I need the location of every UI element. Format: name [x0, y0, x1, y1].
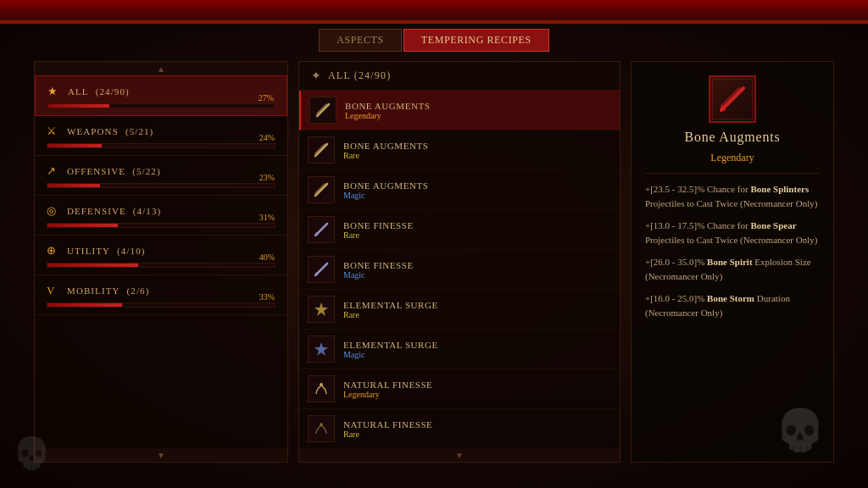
list-item-4[interactable]: BONE FINESSE Magic [299, 250, 620, 290]
list-item-6[interactable]: ELEMENTAL SURGE Magic [299, 330, 620, 369]
svg-point-16 [721, 106, 726, 111]
detail-stat-0: +[23.5 - 32.5]% Chance for Bone Splinter… [645, 182, 820, 210]
mobility-progress-label: 33% [259, 292, 275, 302]
defensive-progress-bar [47, 224, 118, 227]
skull-decoration-right: 💀 [775, 407, 826, 454]
list-item-icon-6 [308, 336, 335, 363]
sidebar-items: ★ ALL (24/90) 27% ⚔ WEAPONS (5/21) 24% [35, 75, 287, 448]
utility-progress-bar [47, 263, 138, 267]
list-item-7[interactable]: NATURAL FINESSE Legendary [299, 369, 620, 409]
mobility-progress-bar [47, 303, 122, 307]
defensive-icon: ◎ [47, 204, 60, 218]
list-item-icon-0 [309, 97, 337, 124]
utility-count: (4/10) [117, 246, 145, 256]
utility-progress-label: 40% [259, 252, 275, 262]
offensive-progress-label: 23% [259, 173, 275, 182]
list-item-icon-8 [308, 415, 335, 442]
list-item-name-1: BONE AUGMENTS [343, 141, 611, 151]
offensive-progress-container: 23% [47, 183, 275, 188]
sidebar-item-weapons[interactable]: ⚔ WEAPONS (5/21) 24% [35, 116, 287, 156]
sidebar: ▲ ★ ALL (24/90) 27% ⚔ WEAPONS (5/21) [34, 61, 288, 463]
list-item-3[interactable]: BONE FINESSE Rare [299, 210, 620, 250]
svg-point-13 [320, 423, 323, 426]
offensive-progress-bar [47, 184, 100, 187]
list-item-name-3: BONE FINESSE [343, 220, 611, 230]
svg-line-0 [317, 104, 329, 116]
svg-line-4 [315, 184, 327, 196]
detail-rarity: Legendary [710, 152, 754, 164]
defensive-count: (4/13) [133, 206, 161, 216]
weapons-count: (5/21) [125, 126, 153, 136]
list-item-rarity-4: Magic [343, 270, 611, 280]
list-item-icon-3 [308, 216, 335, 243]
sidebar-item-utility[interactable]: ⊕ UTILITY (4/10) 40% [35, 236, 287, 275]
mobility-label: MOBILITY [67, 286, 120, 296]
tab-bar: Aspects Tempering Recipes [0, 24, 868, 57]
defensive-label: DEFENSIVE [67, 206, 126, 216]
all-label: ALL [68, 86, 89, 97]
list-item-rarity-0: Legendary [345, 111, 611, 120]
sidebar-scroll-down[interactable]: ▼ [35, 448, 287, 462]
sidebar-item-all[interactable]: ★ ALL (24/90) 27% [35, 75, 287, 116]
detail-stat-3: +[16.0 - 25.0]% Bone Storm Duration (Nec… [645, 291, 820, 319]
list-items: BONE AUGMENTS Legendary BONE AUGMENTS Ra… [299, 91, 620, 448]
svg-marker-10 [314, 302, 328, 316]
detail-stat-1: +[13.0 - 17.5]% Chance for Bone Spear Pr… [645, 219, 820, 247]
detail-stat-2: +[26.0 - 35.0]% Bone Spirit Explosion Si… [645, 255, 820, 283]
list-item-rarity-6: Magic [343, 350, 611, 359]
weapons-label: WEAPONS [67, 126, 119, 136]
list-item-5[interactable]: ELEMENTAL SURGE Rare [299, 290, 620, 330]
all-progress-label: 27% [259, 93, 274, 103]
svg-line-2 [315, 144, 327, 156]
sidebar-scroll-up[interactable]: ▲ [35, 62, 287, 75]
weapons-progress-bar [47, 144, 102, 147]
list-scroll-down[interactable]: ▼ [299, 448, 620, 462]
list-item-icon-5 [308, 296, 335, 323]
svg-point-9 [315, 272, 319, 275]
offensive-count: (5/22) [132, 166, 160, 176]
list-item-2[interactable]: BONE AUGMENTS Magic [299, 170, 620, 210]
list-item-icon-2 [308, 176, 335, 203]
list-item-rarity-5: Rare [343, 310, 611, 319]
detail-header: Bone Augments Legendary [645, 75, 820, 174]
sidebar-item-defensive[interactable]: ◎ DEFENSIVE (4/13) 31% [35, 196, 287, 236]
list-item-name-6: ELEMENTAL SURGE [343, 340, 611, 350]
svg-point-12 [320, 383, 323, 386]
tab-tempering-recipes[interactable]: Tempering Recipes [403, 29, 549, 52]
svg-line-15 [721, 88, 739, 106]
mobility-count: (2/6) [127, 286, 150, 296]
list-item-rarity-1: Rare [343, 151, 611, 160]
sidebar-item-offensive[interactable]: ↗ OFFENSIVE (5/22) 23% [35, 156, 287, 196]
list-item-1[interactable]: BONE AUGMENTS Rare [299, 130, 620, 170]
list-header-text: ALL (24/90) [328, 69, 391, 82]
weapons-progress-container: 24% [47, 143, 275, 148]
list-item-icon-1 [308, 136, 335, 164]
all-count: (24/90) [96, 86, 130, 97]
list-item-name-4: BONE FINESSE [343, 260, 611, 270]
all-icon: ★ [47, 85, 61, 98]
defensive-progress-label: 31% [259, 213, 275, 222]
svg-marker-11 [314, 342, 328, 356]
svg-point-7 [315, 232, 319, 236]
all-progress-container: 27% [47, 103, 275, 108]
svg-line-14 [721, 88, 743, 110]
sidebar-item-mobility[interactable]: V MOBILITY (2/6) 33% [35, 275, 287, 315]
offensive-label: OFFENSIVE [67, 166, 125, 176]
list-item-name-0: BONE AUGMENTS [345, 101, 611, 111]
list-item-name-7: NATURAL FINESSE [343, 380, 611, 390]
detail-panel: Bone Augments Legendary +[23.5 - 32.5]% … [631, 61, 834, 463]
top-border-decoration [0, 0, 868, 24]
utility-label: UTILITY [67, 246, 110, 256]
list-item-name-2: BONE AUGMENTS [343, 180, 611, 191]
list-item-8[interactable]: NATURAL FINESSE Rare [299, 409, 620, 448]
tab-aspects[interactable]: Aspects [319, 29, 402, 52]
list-header-icon: ✦ [311, 69, 321, 83]
list-item-name-5: ELEMENTAL SURGE [343, 300, 611, 310]
mobility-progress-container: 33% [47, 302, 275, 308]
offensive-icon: ↗ [47, 164, 60, 178]
list-item-icon-7 [308, 375, 335, 402]
utility-icon: ⊕ [47, 244, 60, 258]
mobility-icon: V [47, 284, 60, 297]
utility-progress-container: 40% [47, 263, 275, 268]
list-item-0[interactable]: BONE AUGMENTS Legendary [299, 91, 620, 130]
